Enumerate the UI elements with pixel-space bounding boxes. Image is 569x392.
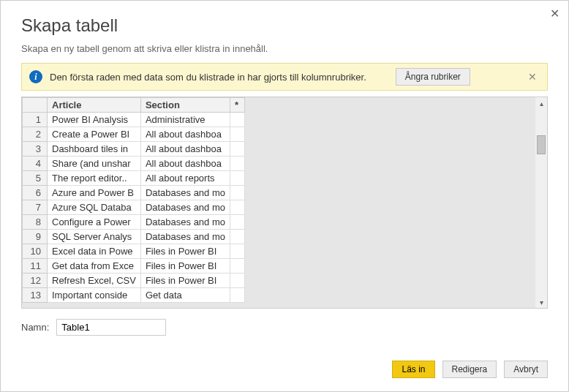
row-header-corner [23, 98, 48, 113]
cell-extra[interactable] [230, 113, 245, 127]
cell-section[interactable]: All about reports [140, 171, 230, 186]
cell-section[interactable]: Files in Power BI [140, 244, 230, 259]
cell-extra[interactable] [230, 157, 245, 171]
cell-article[interactable]: Power BI Analysis [48, 113, 141, 127]
table-row[interactable]: 3Dashboard tiles inAll about dashboa [23, 142, 245, 157]
row-number: 11 [23, 259, 48, 274]
cell-section[interactable]: Files in Power BI [140, 274, 230, 288]
cell-article[interactable]: Refresh Excel, CSV [48, 274, 141, 288]
info-close-icon[interactable]: ✕ [525, 71, 540, 83]
row-number: 10 [23, 244, 48, 259]
cell-extra[interactable] [230, 259, 245, 274]
cell-article[interactable]: Share (and unshar [48, 157, 141, 171]
name-label: Namn: [21, 322, 49, 333]
row-number: 5 [23, 171, 48, 186]
table-row[interactable]: 1Power BI AnalysisAdministrative [23, 113, 245, 127]
col-header-article[interactable]: Article [48, 98, 141, 113]
edit-button[interactable]: Redigera [442, 361, 497, 378]
cell-section[interactable]: Databases and mo [140, 200, 230, 215]
cell-article[interactable]: Important conside [48, 288, 141, 303]
info-message: Den första raden med data som du klistra… [50, 72, 366, 83]
cell-article[interactable]: Azure and Power B [48, 186, 141, 200]
scroll-up-icon[interactable]: ▴ [535, 97, 547, 109]
row-number: 9 [23, 230, 48, 244]
cell-extra[interactable] [230, 127, 245, 142]
cell-extra[interactable] [230, 171, 245, 186]
cell-section[interactable]: All about dashboa [140, 157, 230, 171]
close-icon[interactable]: ✕ [550, 7, 559, 20]
cell-section[interactable]: Databases and mo [140, 215, 230, 230]
cell-section[interactable]: All about dashboa [140, 127, 230, 142]
data-grid[interactable]: Article Section * 1Power BI AnalysisAdmi… [21, 97, 548, 309]
cell-article[interactable]: The report editor.. [48, 171, 141, 186]
table-row[interactable]: 5The report editor..All about reports [23, 171, 245, 186]
cell-section[interactable]: All about dashboa [140, 142, 230, 157]
scroll-down-icon[interactable]: ▾ [535, 296, 547, 308]
table-row[interactable]: 13Important consideGet data [23, 288, 245, 303]
table-row[interactable]: 4Share (and unsharAll about dashboa [23, 157, 245, 171]
row-number: 4 [23, 157, 48, 171]
table-row[interactable]: 11Get data from ExceFiles in Power BI [23, 259, 245, 274]
row-number: 2 [23, 127, 48, 142]
undo-headers-button[interactable]: Ångra rubriker [396, 68, 470, 86]
info-icon: i [29, 70, 42, 83]
row-number: 3 [23, 142, 48, 157]
cell-article[interactable]: Excel data in Powe [48, 244, 141, 259]
name-input[interactable] [56, 319, 166, 336]
cell-article[interactable]: Get data from Exce [48, 259, 141, 274]
row-number: 12 [23, 274, 48, 288]
row-number: 1 [23, 113, 48, 127]
cell-section[interactable]: Administrative [140, 113, 230, 127]
cell-extra[interactable] [230, 142, 245, 157]
cell-extra[interactable] [230, 200, 245, 215]
table-row[interactable]: 9SQL Server AnalysDatabases and mo [23, 230, 245, 244]
table-row[interactable]: 12Refresh Excel, CSVFiles in Power BI [23, 274, 245, 288]
table-row[interactable]: 10Excel data in PoweFiles in Power BI [23, 244, 245, 259]
cell-section[interactable]: Databases and mo [140, 230, 230, 244]
cell-extra[interactable] [230, 244, 245, 259]
cell-section[interactable]: Databases and mo [140, 186, 230, 200]
cell-extra[interactable] [230, 288, 245, 303]
vertical-scrollbar[interactable]: ▴ ▾ [535, 97, 547, 308]
row-number: 13 [23, 288, 48, 303]
cell-section[interactable]: Files in Power BI [140, 259, 230, 274]
row-number: 8 [23, 215, 48, 230]
cell-extra[interactable] [230, 186, 245, 200]
col-header-section[interactable]: Section [140, 98, 230, 113]
cell-extra[interactable] [230, 215, 245, 230]
info-bar: i Den första raden med data som du klist… [21, 63, 548, 91]
dialog-subtitle: Skapa en ny tabell genom att skriva elle… [21, 43, 548, 54]
col-header-extra[interactable]: * [230, 98, 245, 113]
cell-article[interactable]: SQL Server Analys [48, 230, 141, 244]
scroll-thumb[interactable] [537, 135, 546, 154]
cell-extra[interactable] [230, 230, 245, 244]
cancel-button[interactable]: Avbryt [504, 361, 548, 378]
cell-article[interactable]: Configure a Power [48, 215, 141, 230]
cell-article[interactable]: Create a Power BI [48, 127, 141, 142]
row-number: 6 [23, 186, 48, 200]
table-row[interactable]: 7Azure SQL DatabaDatabases and mo [23, 200, 245, 215]
cell-section[interactable]: Get data [140, 288, 230, 303]
table-row[interactable]: 2Create a Power BIAll about dashboa [23, 127, 245, 142]
row-number: 7 [23, 200, 48, 215]
cell-article[interactable]: Dashboard tiles in [48, 142, 141, 157]
dialog-title: Skapa tabell [21, 15, 548, 36]
table-row[interactable]: 8Configure a PowerDatabases and mo [23, 215, 245, 230]
cell-extra[interactable] [230, 274, 245, 288]
cell-article[interactable]: Azure SQL Databa [48, 200, 141, 215]
table-row[interactable]: 6Azure and Power BDatabases and mo [23, 186, 245, 200]
load-button[interactable]: Läs in [392, 361, 434, 378]
